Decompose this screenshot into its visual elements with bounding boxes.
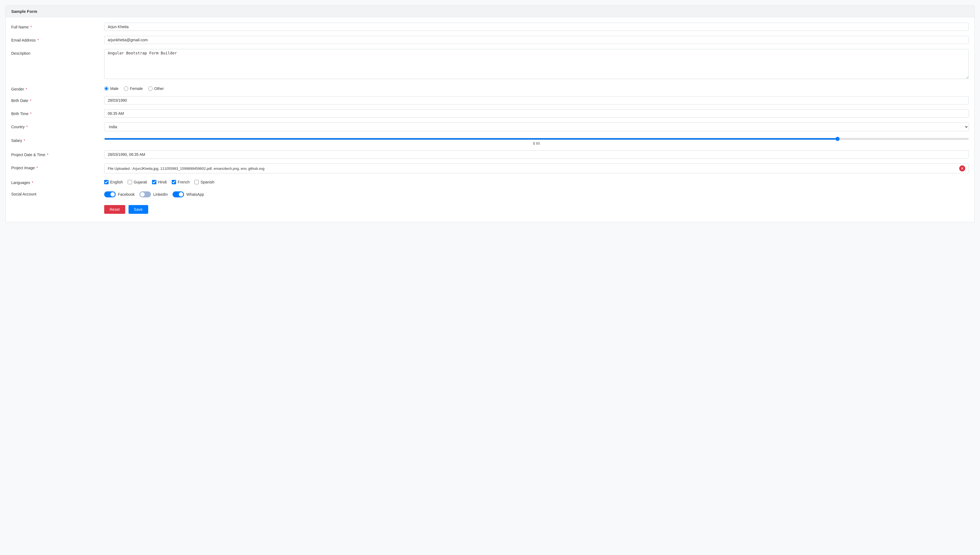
country-label: Country * xyxy=(11,122,104,129)
social-facebook-option: Facebook xyxy=(104,191,135,197)
gender-male-radio[interactable] xyxy=(104,87,109,91)
project-datetime-row: Project Date & Time * xyxy=(11,150,969,159)
salary-slider-wrap: $ 85 xyxy=(104,136,969,146)
project-datetime-wrap xyxy=(104,150,969,159)
lang-spanish-label: Spanish xyxy=(200,180,214,184)
birth-time-input[interactable] xyxy=(104,109,969,117)
lang-french-option[interactable]: French xyxy=(172,180,190,184)
gender-other-radio[interactable] xyxy=(148,87,152,91)
lang-hindi-option[interactable]: Hindi xyxy=(152,180,167,184)
lang-french-label: French xyxy=(178,180,190,184)
birth-time-row: Birth Time * xyxy=(11,109,969,117)
gender-other-option[interactable]: Other xyxy=(148,87,164,91)
lang-gujarati-option[interactable]: Gujarati xyxy=(128,180,147,184)
project-image-row: Project Image * File Uploaded : ArjunJKh… xyxy=(11,164,969,173)
lang-english-checkbox[interactable] xyxy=(104,180,109,184)
gender-female-label: Female xyxy=(130,87,143,91)
file-upload-display: File Uploaded : ArjunJKhetia.jpg, 111055… xyxy=(104,164,969,173)
birth-date-wrap xyxy=(104,96,969,104)
social-whatsapp-toggle[interactable] xyxy=(173,191,184,197)
button-row: Reset Save xyxy=(11,202,969,214)
languages-label: Languages * xyxy=(11,178,104,185)
description-wrap: Angular Bootstrap Form Builder xyxy=(104,49,969,80)
country-wrap: India USA UK Canada Australia xyxy=(104,122,969,131)
lang-gujarati-checkbox[interactable] xyxy=(128,180,132,184)
lang-english-label: English xyxy=(110,180,123,184)
lang-spanish-checkbox[interactable] xyxy=(194,180,199,184)
social-account-wrap: Facebook LinkedIn Wh xyxy=(104,190,969,197)
email-wrap xyxy=(104,36,969,44)
languages-wrap: English Gujarati Hindi French xyxy=(104,178,969,184)
email-row: Email Address * xyxy=(11,36,969,44)
file-clear-button[interactable]: ✕ xyxy=(959,165,965,172)
social-whatsapp-slider xyxy=(173,191,184,197)
form-container: Sample Form Full Name * Email Address * xyxy=(5,5,975,222)
salary-wrap: $ 85 xyxy=(104,136,969,146)
gender-wrap: Male Female Other xyxy=(104,85,969,91)
social-facebook-slider xyxy=(104,191,115,197)
country-row: Country * India USA UK Canada Australia xyxy=(11,122,969,131)
gender-radio-group: Male Female Other xyxy=(104,85,969,91)
full-name-input[interactable] xyxy=(104,23,969,31)
birth-date-label: Birth Date * xyxy=(11,96,104,103)
description-input[interactable]: Angular Bootstrap Form Builder xyxy=(104,49,969,79)
email-input[interactable] xyxy=(104,36,969,44)
social-account-row: Social Account Facebook xyxy=(11,190,969,197)
social-linkedin-slider xyxy=(140,191,151,197)
gender-label: Gender * xyxy=(11,85,104,91)
lang-hindi-label: Hindi xyxy=(158,180,167,184)
birth-time-label: Birth Time * xyxy=(11,109,104,116)
description-label: Description xyxy=(11,49,104,56)
lang-hindi-checkbox[interactable] xyxy=(152,180,156,184)
description-row: Description Angular Bootstrap Form Build… xyxy=(11,49,969,80)
gender-male-option[interactable]: Male xyxy=(104,87,119,91)
country-select[interactable]: India USA UK Canada Australia xyxy=(104,122,969,131)
birth-date-input[interactable] xyxy=(104,96,969,104)
social-linkedin-toggle[interactable] xyxy=(140,191,151,197)
languages-row: Languages * English Gujarati Hindi xyxy=(11,178,969,185)
gender-row: Gender * Male Female Other xyxy=(11,85,969,91)
social-whatsapp-label: WhatsApp xyxy=(186,192,204,197)
social-linkedin-option: LinkedIn xyxy=(140,191,168,197)
project-datetime-label: Project Date & Time * xyxy=(11,150,104,157)
salary-slider[interactable] xyxy=(104,138,969,140)
gender-female-radio[interactable] xyxy=(124,87,128,91)
full-name-row: Full Name * xyxy=(11,23,969,31)
languages-checkbox-group: English Gujarati Hindi French xyxy=(104,178,969,184)
gender-other-label: Other xyxy=(154,87,164,91)
save-button[interactable]: Save xyxy=(128,205,148,214)
email-label: Email Address * xyxy=(11,36,104,42)
salary-label: Salary * xyxy=(11,136,104,143)
form-body: Full Name * Email Address * Description xyxy=(6,17,974,222)
social-facebook-label: Facebook xyxy=(118,192,135,197)
social-whatsapp-option: WhatsApp xyxy=(173,191,204,197)
gender-male-label: Male xyxy=(110,87,119,91)
salary-display: $ 85 xyxy=(104,141,969,146)
social-toggle-group: Facebook LinkedIn Wh xyxy=(104,190,969,197)
full-name-wrap xyxy=(104,23,969,31)
gender-female-option[interactable]: Female xyxy=(124,87,143,91)
social-account-label: Social Account xyxy=(11,190,104,196)
full-name-label: Full Name * xyxy=(11,23,104,29)
project-image-label: Project Image * xyxy=(11,164,104,170)
salary-row: Salary * $ 85 xyxy=(11,136,969,146)
lang-gujarati-label: Gujarati xyxy=(134,180,147,184)
file-upload-text: File Uploaded : ArjunJKhetia.jpg, 111055… xyxy=(108,167,265,171)
social-facebook-toggle[interactable] xyxy=(104,191,115,197)
birth-time-wrap xyxy=(104,109,969,117)
project-datetime-input[interactable] xyxy=(104,150,969,159)
lang-english-option[interactable]: English xyxy=(104,180,123,184)
lang-french-checkbox[interactable] xyxy=(172,180,176,184)
lang-spanish-option[interactable]: Spanish xyxy=(194,180,214,184)
birth-date-row: Birth Date * xyxy=(11,96,969,104)
page-title: Sample Form xyxy=(11,9,37,14)
reset-button[interactable]: Reset xyxy=(104,205,125,214)
project-image-wrap: File Uploaded : ArjunJKhetia.jpg, 111055… xyxy=(104,164,969,173)
page-header: Sample Form xyxy=(6,6,974,17)
social-linkedin-label: LinkedIn xyxy=(153,192,168,197)
